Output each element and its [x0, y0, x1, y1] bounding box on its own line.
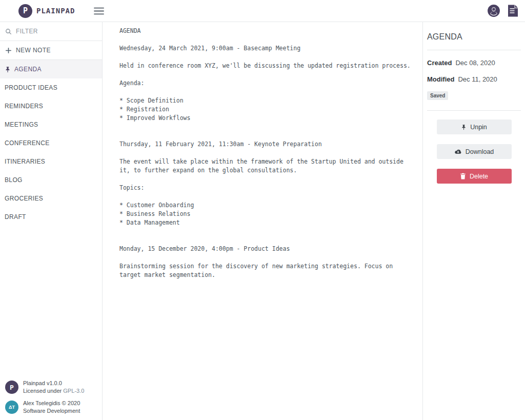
user-icon [487, 4, 500, 17]
delete-button[interactable]: Delete [437, 169, 512, 184]
filter-input[interactable] [16, 28, 102, 35]
sidebar-item-label: REMINDERS [5, 103, 43, 110]
plainpad-logo: P [18, 4, 32, 18]
license-prefix: Licensed under [23, 388, 63, 394]
download-label: Download [466, 148, 494, 155]
note-list: AGENDA PRODUCT IDEAS REMINDERS MEETINGS … [0, 60, 102, 226]
cloud-download-icon [454, 149, 462, 155]
note-title: AGENDA [427, 32, 521, 42]
topbar: P PLAINPAD [0, 0, 525, 22]
sidebar-item-blog[interactable]: BLOG [0, 171, 102, 189]
sidebar: NEW NOTE AGENDA PRODUCT IDEAS REMINDERS … [0, 22, 103, 420]
sidebar-item-label: DRAFT [5, 213, 26, 221]
sidebar-item-label: AGENDA [14, 66, 42, 73]
new-note-button[interactable]: NEW NOTE [0, 41, 102, 60]
details-panel: AGENDA CreatedDec 08, 2020 ModifiedDec 1… [422, 22, 525, 420]
app-name: Plainpad [23, 380, 45, 386]
sidebar-item-meetings[interactable]: MEETINGS [0, 115, 102, 134]
editor-pane: AGENDA Wednesday, 24 March 2021, 9:00am … [103, 22, 422, 420]
divider [427, 110, 521, 111]
notes-button[interactable] [507, 4, 519, 17]
sidebar-item-label: ITINERARIES [5, 158, 45, 165]
footer-logo-letter: P [10, 384, 14, 391]
sidebar-item-groceries[interactable]: GROCERIES [0, 189, 102, 208]
download-button[interactable]: Download [437, 144, 512, 159]
brand-name: PLAINPAD [36, 7, 75, 15]
modified-value: Dec 11, 2020 [458, 75, 497, 83]
author-name: Alex Tselegidis © 2020 [23, 399, 80, 407]
license-line: Licensed under GPL-3.0 [23, 387, 84, 395]
footer-author-text: Alex Tselegidis © 2020 Software Developm… [23, 399, 80, 415]
sidebar-item-label: PRODUCT IDEAS [5, 84, 57, 91]
logo-letter: P [23, 6, 28, 15]
created-label: Created [427, 59, 452, 67]
unpin-label: Unpin [470, 124, 487, 131]
pin-icon [461, 124, 467, 130]
created-value: Dec 08, 2020 [455, 59, 495, 67]
author-logo-text: ΔT [9, 405, 15, 410]
sidebar-footer: P Plainpad v1.0.0 Licensed under GPL-3.0… [0, 375, 102, 420]
sidebar-item-reminders[interactable]: REMINDERS [0, 97, 102, 115]
sidebar-item-draft[interactable]: DRAFT [0, 208, 102, 226]
sidebar-item-agenda[interactable]: AGENDA [0, 60, 102, 78]
plainpad-app: P PLAINPAD [0, 0, 525, 420]
account-button[interactable] [487, 4, 500, 17]
pin-icon [5, 66, 11, 73]
main-row: NEW NOTE AGENDA PRODUCT IDEAS REMINDERS … [0, 22, 525, 420]
note-editor[interactable]: AGENDA Wednesday, 24 March 2021, 9:00am … [103, 22, 422, 420]
sidebar-item-conference[interactable]: CONFERENCE [0, 134, 102, 152]
new-note-label: NEW NOTE [16, 47, 51, 54]
unpin-button[interactable]: Unpin [437, 119, 512, 134]
footer-author-row: ΔT Alex Tselegidis © 2020 Software Devel… [5, 399, 97, 415]
modified-row: ModifiedDec 11, 2020 [427, 75, 521, 83]
sidebar-item-label: CONFERENCE [5, 139, 50, 147]
footer-app-text: Plainpad v1.0.0 Licensed under GPL-3.0 [23, 379, 84, 395]
author-logo: ΔT [5, 401, 18, 414]
note-actions: Unpin Download Delete [427, 119, 521, 184]
search-icon [5, 28, 12, 35]
hamburger-icon [94, 7, 104, 15]
sidebar-item-label: BLOG [5, 176, 23, 184]
status-badge: Saved [427, 91, 448, 100]
delete-label: Delete [470, 173, 488, 180]
gpl-license-link[interactable]: GPL-3.0 [63, 388, 84, 394]
app-version: v1.0.0 [47, 380, 62, 386]
modified-label: Modified [427, 75, 454, 83]
sidebar-item-label: GROCERIES [5, 195, 43, 202]
author-role: Software Development [23, 407, 80, 415]
trash-icon [460, 173, 466, 179]
app-version-line: Plainpad v1.0.0 [23, 379, 84, 387]
filter-row [0, 22, 102, 41]
sidebar-item-label: MEETINGS [5, 121, 38, 128]
divider [427, 50, 521, 50]
sidebar-item-product-ideas[interactable]: PRODUCT IDEAS [0, 78, 102, 97]
footer-app-row: P Plainpad v1.0.0 Licensed under GPL-3.0 [5, 379, 97, 395]
sidebar-toggle-button[interactable] [94, 7, 104, 15]
document-icon [507, 4, 519, 17]
created-row: CreatedDec 08, 2020 [427, 59, 521, 67]
plainpad-footer-logo: P [5, 381, 18, 394]
plus-icon [5, 47, 12, 54]
sidebar-item-itineraries[interactable]: ITINERARIES [0, 152, 102, 171]
